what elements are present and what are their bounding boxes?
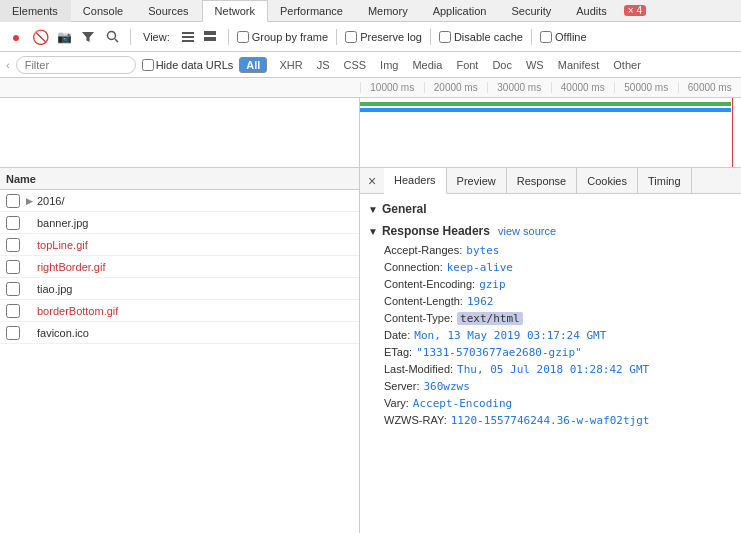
header-key-content-type: Content-Type: (384, 312, 453, 324)
file-row-borderBottom[interactable]: ▶ borderBottom.gif (0, 300, 359, 322)
file-checkbox-2016[interactable] (6, 194, 20, 208)
svg-rect-3 (182, 36, 194, 38)
disable-cache-checkbox[interactable]: Disable cache (439, 31, 523, 43)
file-checkbox-favicon[interactable] (6, 326, 20, 340)
file-row-banner[interactable]: ▶ banner.jpg (0, 212, 359, 234)
filter-css[interactable]: CSS (337, 58, 372, 72)
file-checkbox-tiao[interactable] (6, 282, 20, 296)
filter-bar: ‹ Hide data URLs All XHR JS CSS Img Medi… (0, 52, 741, 78)
response-headers-toggle-icon: ▼ (368, 226, 378, 237)
general-section-toggle[interactable]: General (368, 202, 733, 216)
header-val-server: 360wzws (423, 380, 469, 393)
view-icons (178, 27, 220, 47)
list-view-button[interactable] (178, 27, 198, 47)
file-row-2016[interactable]: ▶ 2016/ (0, 190, 359, 212)
filter-xhr[interactable]: XHR (273, 58, 308, 72)
header-val-last-modified: Thu, 05 Jul 2018 01:28:42 GMT (457, 363, 649, 376)
tab-console[interactable]: Console (71, 0, 136, 22)
header-key-date: Date: (384, 329, 410, 341)
view-source-link[interactable]: view source (498, 225, 556, 237)
camera-button[interactable]: 📷 (54, 27, 74, 47)
waterfall-green-bar (360, 102, 731, 106)
file-checkbox-borderBottom[interactable] (6, 304, 20, 318)
preserve-log-checkbox[interactable]: Preserve log (345, 31, 422, 43)
header-date: Date: Mon, 13 May 2019 03:17:24 GMT (368, 329, 733, 342)
detail-close-button[interactable]: × (364, 173, 380, 189)
filter-doc[interactable]: Doc (486, 58, 518, 72)
svg-rect-5 (204, 31, 216, 35)
filter-js[interactable]: JS (311, 58, 336, 72)
filter-font[interactable]: Font (450, 58, 484, 72)
filter-input[interactable] (16, 56, 136, 74)
header-wzws-ray: WZWS-RAY: 1120-1557746244.36-w-waf02tjgt (368, 414, 733, 427)
header-server: Server: 360wzws (368, 380, 733, 393)
file-row-tiao[interactable]: ▶ tiao.jpg (0, 278, 359, 300)
filter-arrow-left[interactable]: ‹ (6, 59, 10, 71)
all-filter-button[interactable]: All (239, 57, 267, 73)
filter-other[interactable]: Other (607, 58, 647, 72)
filter-img[interactable]: Img (374, 58, 404, 72)
svg-rect-2 (182, 32, 194, 34)
tab-preview[interactable]: Preview (447, 168, 507, 194)
group-by-frame-checkbox[interactable]: Group by frame (237, 31, 328, 43)
general-section: General (368, 202, 733, 216)
header-key-wzws-ray: WZWS-RAY: (384, 414, 447, 426)
timeline-mark-3: 30000 ms (487, 82, 551, 93)
waterfall-left (0, 98, 360, 167)
file-name-topLine: topLine.gif (37, 239, 88, 251)
main-split: Name ▶ 2016/ ▶ banner.jpg ▶ topLine.gif … (0, 168, 741, 533)
file-row-favicon[interactable]: ▶ favicon.ico (0, 322, 359, 344)
filter-button[interactable] (78, 27, 98, 47)
hide-data-urls-input[interactable] (142, 59, 154, 71)
disable-cache-input[interactable] (439, 31, 451, 43)
waterfall-chart[interactable] (360, 98, 741, 167)
separator-3 (336, 29, 337, 45)
svg-rect-6 (204, 37, 216, 41)
filter-manifest[interactable]: Manifest (552, 58, 606, 72)
file-checkbox-topLine[interactable] (6, 238, 20, 252)
tab-response[interactable]: Response (507, 168, 578, 194)
search-button[interactable] (102, 27, 122, 47)
tab-elements[interactable]: Elements (0, 0, 71, 22)
file-row-rightBorder[interactable]: ▶ rightBorder.gif (0, 256, 359, 278)
filter-media[interactable]: Media (406, 58, 448, 72)
detail-tabs: × Headers Preview Response Cookies Timin… (360, 168, 741, 194)
tab-memory[interactable]: Memory (356, 0, 421, 22)
header-val-accept-ranges: bytes (466, 244, 499, 257)
header-vary: Vary: Accept-Encoding (368, 397, 733, 410)
header-val-connection: keep-alive (447, 261, 513, 274)
type-filter-buttons: XHR JS CSS Img Media Font Doc WS Manifes… (273, 58, 646, 72)
group-by-frame-input[interactable] (237, 31, 249, 43)
file-checkbox-banner[interactable] (6, 216, 20, 230)
svg-point-0 (107, 32, 115, 40)
header-val-etag: "1331-5703677ae2680-gzip" (416, 346, 582, 359)
tab-network[interactable]: Network (202, 0, 268, 22)
tab-headers[interactable]: Headers (384, 168, 447, 194)
record-button[interactable]: ● (6, 27, 26, 47)
header-etag: ETag: "1331-5703677ae2680-gzip" (368, 346, 733, 359)
tab-audits[interactable]: Audits (564, 0, 620, 22)
offline-input[interactable] (540, 31, 552, 43)
tab-sources[interactable]: Sources (136, 0, 201, 22)
tab-cookies[interactable]: Cookies (577, 168, 638, 194)
tab-security[interactable]: Security (499, 0, 564, 22)
file-list[interactable]: Name ▶ 2016/ ▶ banner.jpg ▶ topLine.gif … (0, 168, 360, 533)
response-headers-section: ▼ Response Headers view source Accept-Ra… (368, 224, 733, 427)
header-content-length: Content-Length: 1962 (368, 295, 733, 308)
devtools-close-badge[interactable]: × 4 (624, 5, 646, 16)
large-view-button[interactable] (200, 27, 220, 47)
tab-timing[interactable]: Timing (638, 168, 692, 194)
file-row-topLine[interactable]: ▶ topLine.gif (0, 234, 359, 256)
header-key-content-encoding: Content-Encoding: (384, 278, 475, 290)
header-last-modified: Last-Modified: Thu, 05 Jul 2018 01:28:42… (368, 363, 733, 376)
hide-data-urls-checkbox[interactable]: Hide data URLs (142, 59, 234, 71)
offline-checkbox[interactable]: Offline (540, 31, 587, 43)
stop-button[interactable]: 🚫 (30, 27, 50, 47)
tab-performance[interactable]: Performance (268, 0, 356, 22)
tab-application[interactable]: Application (421, 0, 500, 22)
filter-ws[interactable]: WS (520, 58, 550, 72)
file-checkbox-rightBorder[interactable] (6, 260, 20, 274)
file-name-tiao: tiao.jpg (37, 283, 72, 295)
preserve-log-input[interactable] (345, 31, 357, 43)
header-val-wzws-ray: 1120-1557746244.36-w-waf02tjgt (451, 414, 650, 427)
